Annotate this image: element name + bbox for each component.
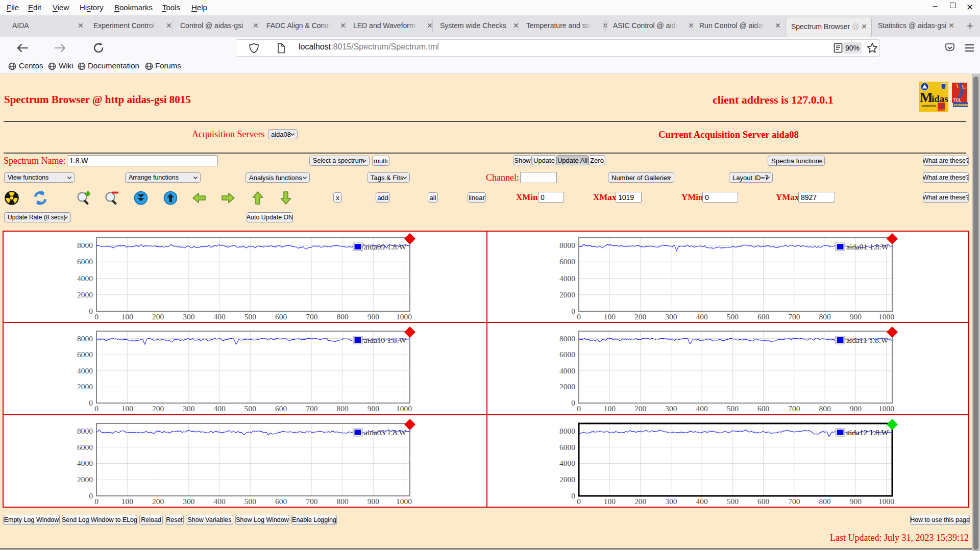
svg-text:600: 600 [275,497,287,506]
svg-text:900: 900 [368,404,380,413]
svg-text:0: 0 [571,491,575,500]
svg-text:aida12 1.8.W: aida12 1.8.W [846,428,889,437]
svg-text:0: 0 [89,398,93,407]
svg-text:400: 400 [696,404,708,413]
svg-text:600: 600 [275,312,287,321]
svg-text:100: 100 [121,312,133,321]
svg-text:0: 0 [577,312,581,321]
svg-text:400: 400 [696,312,708,321]
svg-text:0: 0 [571,398,575,407]
svg-text:aida11 1.8.W: aida11 1.8.W [846,336,889,344]
svg-text:500: 500 [727,497,739,506]
svg-text:2000: 2000 [77,475,93,484]
svg-text:2000: 2000 [559,290,575,299]
svg-text:300: 300 [183,497,195,506]
svg-text:4000: 4000 [559,459,575,467]
svg-text:1000: 1000 [396,404,412,413]
svg-text:700: 700 [788,497,800,506]
svg-text:800: 800 [819,312,831,321]
svg-text:0: 0 [89,491,93,500]
svg-text:300: 300 [665,497,677,506]
svg-text:900: 900 [368,312,380,321]
svg-text:100: 100 [604,497,616,506]
svg-text:M: M [920,90,933,105]
svg-text:500: 500 [244,404,257,413]
svg-text:200: 200 [634,404,647,413]
svg-text:400: 400 [213,312,226,321]
svg-text:500: 500 [244,312,257,321]
svg-text:8000: 8000 [559,334,575,343]
svg-text:6000: 6000 [77,350,93,359]
svg-text:300: 300 [665,404,677,413]
svg-text:300: 300 [665,312,677,321]
svg-text:700: 700 [306,312,318,321]
svg-text:800: 800 [819,497,831,506]
svg-text:1000: 1000 [396,312,412,321]
svg-text:0: 0 [94,312,99,321]
svg-text:1000: 1000 [878,497,894,506]
svg-text:200: 200 [634,497,647,506]
svg-text:800: 800 [819,404,831,413]
svg-text:900: 900 [850,312,862,321]
svg-text:6000: 6000 [559,443,575,452]
svg-text:aida01 1.8.W: aida01 1.8.W [846,242,889,251]
svg-text:6000: 6000 [77,257,93,266]
svg-text:0: 0 [571,307,575,315]
svg-text:600: 600 [275,404,287,413]
svg-text:aida03 1.8.W: aida03 1.8.W [364,428,406,437]
svg-text:0: 0 [94,404,99,413]
svg-text:4000: 4000 [559,274,575,283]
svg-text:600: 600 [757,312,770,321]
svg-text:1000: 1000 [396,497,412,506]
svg-text:0: 0 [89,307,93,315]
svg-text:4000: 4000 [77,366,93,375]
svg-text:700: 700 [306,404,318,413]
svg-text:TCL/TK: TCL/TK [938,109,945,111]
svg-text:100: 100 [121,497,133,506]
svg-text:200: 200 [634,312,647,321]
svg-text:500: 500 [244,497,257,506]
svg-text:600: 600 [757,404,770,413]
svg-text:400: 400 [213,404,226,413]
svg-text:8000: 8000 [77,427,93,435]
svg-text:900: 900 [850,404,862,413]
svg-text:700: 700 [788,312,800,321]
svg-text:8000: 8000 [77,241,93,249]
svg-text:0: 0 [577,404,581,413]
svg-text:100: 100 [604,404,616,413]
svg-text:200: 200 [152,404,164,413]
svg-text:aida09 1.8.W: aida09 1.8.W [364,242,406,251]
svg-text:4000: 4000 [77,274,93,283]
svg-text:6000: 6000 [559,257,575,266]
svg-text:0: 0 [94,497,99,506]
svg-text:200: 200 [152,497,164,506]
svg-text:2000: 2000 [77,290,93,299]
svg-text:aida10 1.8.W: aida10 1.8.W [364,336,406,344]
svg-text:400: 400 [213,497,226,506]
svg-text:200: 200 [152,312,164,321]
svg-text:300: 300 [183,312,195,321]
svg-text:POWERED: POWERED [954,104,969,107]
svg-text:100: 100 [121,404,133,413]
svg-text:1000: 1000 [878,312,894,321]
svg-text:8000: 8000 [77,334,93,343]
svg-text:800: 800 [336,312,349,321]
svg-text:400: 400 [696,497,708,506]
svg-text:100: 100 [604,312,616,321]
svg-text:700: 700 [788,404,800,413]
svg-text:powered by: powered by [922,104,936,107]
svg-text:500: 500 [727,312,739,321]
svg-text:8000: 8000 [559,241,575,249]
svg-text:2000: 2000 [77,382,93,391]
svg-text:8000: 8000 [559,427,575,435]
svg-text:900: 900 [850,497,862,506]
svg-text:800: 800 [336,497,349,506]
svg-text:0: 0 [577,497,581,506]
svg-text:700: 700 [306,497,318,506]
svg-text:600: 600 [757,497,770,506]
svg-text:TCL: TCL [953,97,962,103]
svg-text:300: 300 [183,404,195,413]
svg-text:2000: 2000 [559,475,575,484]
svg-text:4000: 4000 [559,366,575,375]
svg-text:2000: 2000 [559,382,575,391]
